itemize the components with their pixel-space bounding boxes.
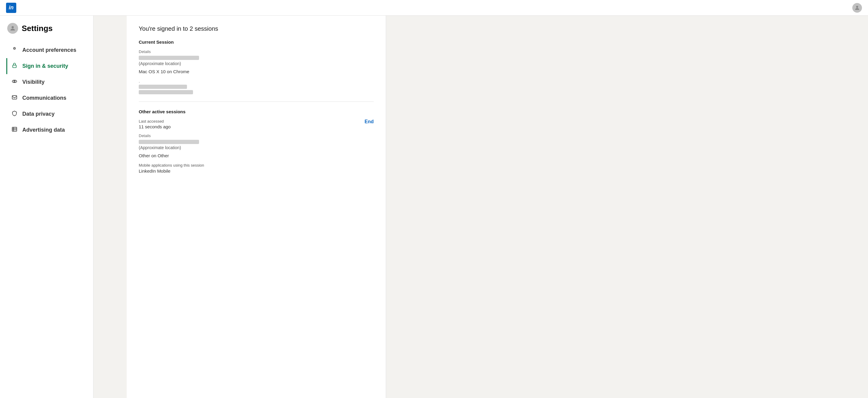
page-heading: You're signed in to 2 sessions (139, 25, 374, 32)
end-session-button[interactable]: End (365, 119, 374, 125)
blurred-other-1 (139, 140, 199, 144)
svg-point-3 (14, 48, 15, 49)
sidebar-item-visibility[interactable]: Visibility (6, 74, 93, 90)
svg-rect-8 (12, 127, 17, 131)
sidebar-item-communications[interactable]: Communications (6, 90, 93, 106)
data-privacy-icon (11, 110, 18, 118)
location-current: (Approximate location) (139, 61, 374, 66)
svg-rect-7 (12, 96, 17, 99)
right-panel (386, 16, 868, 398)
device-other: Other on Other (139, 153, 359, 158)
current-session-section: Current Session Details (Approximate loc… (139, 39, 374, 94)
other-sessions-row: Last accessed 11 seconds ago Details (Ap… (139, 119, 374, 173)
dot-separator: . (139, 79, 374, 84)
sidebar-item-label-account: Account preferences (22, 47, 76, 53)
svg-point-6 (14, 81, 15, 82)
svg-rect-4 (13, 65, 16, 67)
sign-in-security-icon (11, 62, 18, 70)
other-sessions-label: Other active sessions (139, 109, 374, 114)
session-info: Last accessed 11 seconds ago Details (Ap… (139, 119, 359, 173)
svg-point-1 (11, 26, 13, 28)
location-other: (Approximate location) (139, 145, 359, 150)
blurred-detail-3 (139, 90, 193, 94)
last-accessed-time: 11 seconds ago (139, 124, 359, 129)
header-avatar[interactable] (852, 3, 862, 13)
advertising-icon (11, 126, 18, 134)
sidebar-item-label-advertising: Advertising data (22, 127, 65, 133)
sidebar-item-sign-in-security[interactable]: Sign in & security (6, 58, 93, 74)
sidebar-nav: Account preferences Sign in & security (7, 42, 93, 138)
linkedin-logo[interactable]: in (6, 3, 16, 13)
blurred-detail-2 (139, 85, 187, 89)
svg-point-0 (856, 6, 858, 8)
account-preferences-icon (11, 46, 18, 54)
last-accessed-label: Last accessed (139, 119, 359, 124)
sidebar: Settings Account preferences (0, 16, 93, 398)
sidebar-item-advertising[interactable]: Advertising data (6, 122, 93, 138)
header: in (0, 0, 868, 16)
page-container: Settings Account preferences (0, 0, 868, 398)
details-label-other: Details (139, 133, 359, 138)
sidebar-item-label-privacy: Data privacy (22, 111, 55, 117)
settings-page-title: Settings (22, 24, 53, 33)
sidebar-item-label-communications: Communications (22, 95, 66, 101)
blurred-detail-1 (139, 56, 199, 60)
details-label-current: Details (139, 49, 374, 54)
device-current: Mac OS X 10 on Chrome (139, 69, 374, 74)
mobile-apps-label: Mobile applications using this session (139, 163, 359, 167)
settings-avatar (7, 23, 18, 34)
middle-panel (93, 16, 127, 398)
sidebar-item-account-preferences[interactable]: Account preferences (6, 42, 93, 58)
mobile-apps-value: LinkedIn Mobile (139, 168, 359, 173)
current-session-label: Current Session (139, 39, 374, 44)
communications-icon (11, 94, 18, 102)
sidebar-item-label-security: Sign in & security (22, 63, 68, 69)
main-content: You're signed in to 2 sessions Current S… (127, 16, 386, 398)
other-sessions-section: Other active sessions Last accessed 11 s… (139, 109, 374, 173)
sidebar-item-label-visibility: Visibility (22, 79, 44, 85)
visibility-icon (11, 78, 18, 86)
settings-title-row: Settings (7, 23, 93, 34)
sidebar-item-data-privacy[interactable]: Data privacy (6, 106, 93, 122)
